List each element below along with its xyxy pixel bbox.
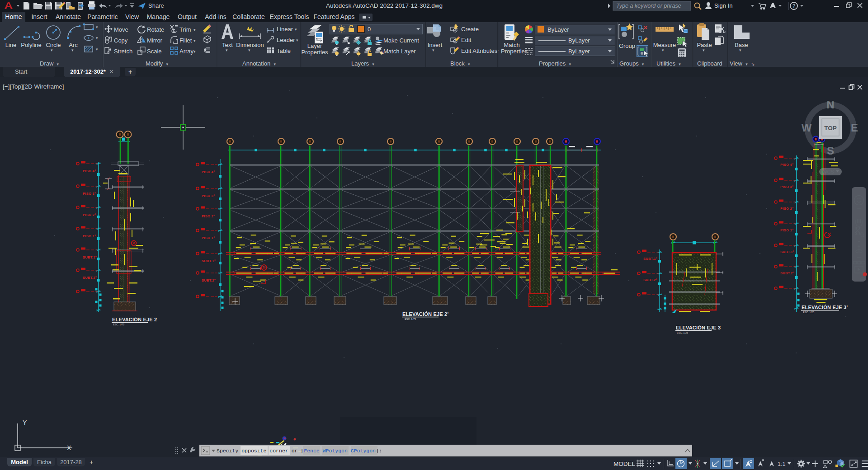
svg-text:SUBT.2°: SUBT.2° xyxy=(643,278,657,282)
svg-text:E: E xyxy=(851,122,858,134)
svg-text:PISO 2°: PISO 2° xyxy=(202,214,215,218)
svg-text:ESC. 1/75: ESC. 1/75 xyxy=(405,318,416,320)
svg-text:X: X xyxy=(67,444,71,451)
svg-text:[−][Top][2D Wireframe]: [−][Top][2D Wireframe] xyxy=(3,83,64,90)
svg-text:SUBT.2°: SUBT.2° xyxy=(780,271,794,275)
svg-text:S: S xyxy=(827,145,834,157)
svg-text:PISO 3°: PISO 3° xyxy=(202,194,215,198)
svg-text:PISO 1°: PISO 1° xyxy=(83,234,96,238)
svg-text:ByLayer: ByLayer xyxy=(568,37,590,44)
svg-text:Specify opposite corner or [Fe: Specify opposite corner or [Fence WPolyg… xyxy=(217,448,382,454)
svg-text:0: 0 xyxy=(368,26,371,33)
svg-text:PISO 3°: PISO 3° xyxy=(83,192,96,196)
svg-text:ELEVACIÓN EJE 2': ELEVACIÓN EJE 2' xyxy=(402,311,448,317)
svg-text:ELEVACIÓN EJE 2: ELEVACIÓN EJE 2 xyxy=(112,317,157,322)
svg-text:PISO 1°: PISO 1° xyxy=(780,228,793,232)
svg-text:PISO 2°: PISO 2° xyxy=(83,213,96,217)
svg-text:PISO 2°: PISO 2° xyxy=(780,207,793,211)
svg-text:PISO 1°: PISO 1° xyxy=(202,236,215,240)
svg-text:ByLayer: ByLayer xyxy=(568,48,590,55)
svg-text:Y: Y xyxy=(23,419,27,426)
svg-text:PISO 4°: PISO 4° xyxy=(780,163,793,167)
svg-text:1:1: 1:1 xyxy=(778,461,785,467)
svg-text:PISO 4°: PISO 4° xyxy=(83,169,96,173)
svg-text:PISO 3°: PISO 3° xyxy=(780,185,793,189)
svg-text:SUBT.1°: SUBT.1° xyxy=(643,257,657,261)
svg-text:ESC. 1/25: ESC. 1/25 xyxy=(803,311,814,314)
svg-text:SUBT.2°: SUBT.2° xyxy=(83,276,97,280)
svg-text:SUBT.1°: SUBT.1° xyxy=(202,259,216,263)
svg-text:ELEVACIÓN EJE 3: ELEVACIÓN EJE 3 xyxy=(676,325,721,330)
svg-text:PISO 4°: PISO 4° xyxy=(202,170,215,174)
svg-text:W: W xyxy=(802,122,812,134)
svg-text:ByLayer: ByLayer xyxy=(547,26,569,33)
svg-text:ELEVACIÓN EJE 3': ELEVACIÓN EJE 3' xyxy=(802,305,848,310)
svg-text:ESC. 1/75: ESC. 1/75 xyxy=(113,323,124,326)
svg-text:WCS: WCS xyxy=(822,169,834,174)
svg-text:MODEL: MODEL xyxy=(613,461,636,467)
svg-text:TOP: TOP xyxy=(824,125,837,132)
svg-text:SUBT.1°: SUBT.1° xyxy=(780,250,794,254)
svg-text:ESC. 1/25: ESC. 1/25 xyxy=(677,331,688,334)
svg-text:SUBT.2°: SUBT.2° xyxy=(202,278,216,282)
svg-text:SUBT.1°: SUBT.1° xyxy=(83,255,97,259)
svg-text:N: N xyxy=(826,99,834,111)
